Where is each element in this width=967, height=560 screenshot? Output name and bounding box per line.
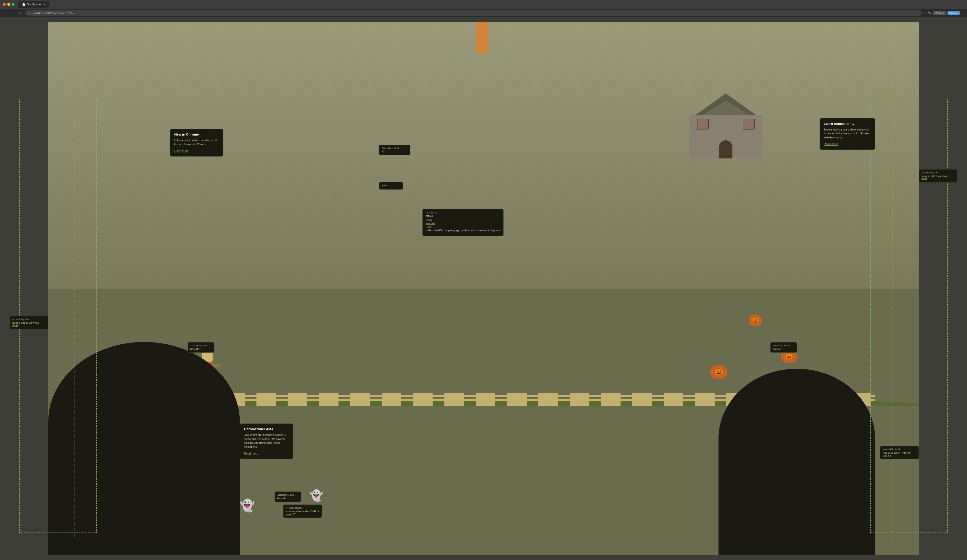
pages-out-left-title: Accessibility label: [12, 318, 46, 321]
aria-right-title: Accessibility label: [883, 448, 916, 451]
address-bar[interactable]: 🔒 localhost:3000/chrometober-2022/: [25, 10, 922, 16]
aria-acce-label: Acce: [426, 219, 500, 221]
update-button[interactable]: Update: [947, 11, 960, 15]
scarecrow-alt-title: Accessibility label: [190, 344, 211, 347]
nav-buttons: ← → ↻: [3, 11, 23, 15]
learn-acc-title: Learn Accessibility: [824, 122, 871, 126]
acc-label-k2: Accessibility label k2: [379, 145, 410, 155]
lock-icon: 🔒: [28, 12, 31, 14]
aria-acce-value: <a> link: [426, 222, 500, 224]
close-button[interactable]: [3, 3, 6, 6]
acc-label-ghost-alt: Accessibility label has alt: [275, 491, 301, 502]
fence-post: [319, 393, 338, 406]
acc-label-aria-right: Accessibility label has aria label "righ…: [880, 446, 919, 459]
acc-label-pumpkin-alt: Accessibility label has alt: [771, 342, 797, 352]
fence-post: [444, 393, 464, 406]
house-door: [719, 140, 733, 158]
ama-body: Join us live on Thursday October 13 as w…: [244, 433, 289, 449]
pumpkin-1: 🎃: [710, 365, 727, 379]
new-in-chrome-body: Lift your spirits with a round up of all…: [174, 138, 219, 146]
aria-role-label: ARIA role: [426, 211, 500, 214]
fence-post: [632, 393, 652, 406]
fence-post: [569, 393, 589, 406]
house-window-left: [697, 119, 709, 130]
learn-acc-body: There's nothing scary about designing fo…: [824, 128, 871, 140]
pages-out-right-title: Accessibility label: [921, 171, 955, 174]
maximize-button[interactable]: [12, 3, 15, 6]
browser-chrome: 📄 Scrolly time. ✕ + ← → ↻ 🔒 localhost:30…: [0, 0, 967, 17]
acc-label-pages-out-right: Accessibility label pages out of view ar…: [919, 169, 957, 183]
ama-title: Chrometober AMA: [244, 427, 289, 431]
aria-acce-row: Acce <a> link: [426, 219, 500, 224]
ghost-figure: 👻: [240, 499, 255, 512]
chrometober-ama-card: Chrometober AMA Join us live on Thursday…: [240, 423, 293, 459]
acc-label-acce: Acce: [379, 182, 403, 189]
ghost-alt-value: has alt: [277, 497, 299, 500]
main-content: document.addEventListener('DOMContentLoa…: [0, 17, 967, 560]
new-in-chrome-read-more[interactable]: Read more: [174, 149, 188, 153]
new-in-chrome-card: New in Chrome Lift your spirits with a r…: [170, 129, 223, 156]
refresh-button[interactable]: ↻: [17, 11, 23, 15]
nav-bar: ← → ↻ 🔒 localhost:3000/chrometober-2022/…: [0, 9, 967, 17]
tab-title: Scrolly time.: [27, 3, 41, 6]
fence-post: [538, 393, 558, 406]
acc-label-pages-out-left: Accessibility label pages out of view ar…: [10, 316, 48, 329]
acc-label-aria-left: Accessibility label aria-label indicates…: [283, 504, 322, 518]
learn-acc-read-more[interactable]: Read more: [824, 143, 838, 146]
tab-favicon: 📄: [22, 3, 25, 6]
acc-label-k2-title: Accessibility label: [382, 147, 408, 149]
fence-post: [664, 393, 683, 406]
pumpkin-alt-value: has alt: [773, 348, 794, 351]
back-button[interactable]: ←: [3, 11, 9, 15]
fence-post: [476, 393, 495, 406]
bookmark-icon[interactable]: ☆: [924, 12, 926, 15]
dark-bush-right: [718, 369, 875, 555]
acc-label-scarecrow-alt: Accessibility label has alt: [188, 342, 214, 352]
aria-role-value: article: [426, 214, 500, 217]
aria-note-row: Note is describedBy the paragraph, so th…: [426, 226, 500, 232]
ghost-alt-title: Accessibility label: [277, 494, 299, 496]
new-tab-button[interactable]: +: [50, 2, 55, 7]
menu-icon[interactable]: ⋮: [961, 12, 964, 15]
forward-button[interactable]: →: [10, 11, 17, 15]
nav-actions: ☆ 🔧 Paused Update ⋮: [924, 11, 964, 15]
url-text: localhost:3000/chrometober-2022/: [33, 12, 73, 15]
halloween-scene: document.addEventListener('DOMContentLoa…: [48, 22, 919, 555]
pumpkin-alt-title: Accessibility label: [773, 344, 794, 347]
paused-button[interactable]: Paused: [933, 11, 946, 15]
fence-post: [350, 393, 370, 406]
aria-left-value: aria-label indicates "left of page 1": [286, 510, 319, 516]
fence-post: [507, 393, 526, 406]
extension-icon[interactable]: 🔧: [928, 12, 932, 15]
traffic-lights: [3, 3, 15, 6]
learn-accessibility-card: Learn Accessibility There's nothing scar…: [820, 118, 875, 150]
aria-role-row: ARIA role article: [426, 211, 500, 217]
aria-note-value: is describedBy the paragraph, so the rea…: [426, 229, 500, 232]
tab-bar: 📄 Scrolly time. ✕ +: [18, 1, 964, 8]
pages-out-right-value: pages out of view are inert: [921, 175, 955, 180]
new-in-chrome-title: New in Chrome: [174, 132, 219, 136]
minimize-button[interactable]: [7, 3, 10, 6]
tab-close-icon[interactable]: ✕: [43, 3, 45, 6]
chimney: [476, 22, 488, 54]
aria-tooltip: ARIA role article Acce <a> link Note is …: [422, 209, 503, 236]
acc-label-acce-title: Acce: [382, 184, 401, 187]
fence-post: [256, 393, 276, 406]
pumpkin-3: 🎃: [749, 315, 762, 326]
dark-bush-left: [48, 342, 240, 555]
fence-post: [601, 393, 620, 406]
ama-read-more[interactable]: Read more: [244, 452, 258, 455]
house: [690, 86, 762, 158]
ghost-figure-2: 👻: [310, 489, 323, 502]
active-tab[interactable]: 📄 Scrolly time. ✕: [18, 1, 49, 8]
fence-post: [695, 393, 715, 406]
acc-label-k2-value: k2: [382, 150, 408, 153]
aria-right-value: has aria label "right of page 1": [883, 451, 916, 457]
title-bar: 📄 Scrolly time. ✕ +: [0, 0, 967, 9]
pages-out-left-value: pages out of view are inert: [12, 321, 46, 327]
aria-note-label: Note: [426, 226, 500, 228]
house-window-right: [743, 119, 755, 130]
scarecrow-alt-value: has alt: [190, 348, 211, 351]
fence-post: [413, 393, 432, 406]
fence-post: [287, 393, 307, 406]
